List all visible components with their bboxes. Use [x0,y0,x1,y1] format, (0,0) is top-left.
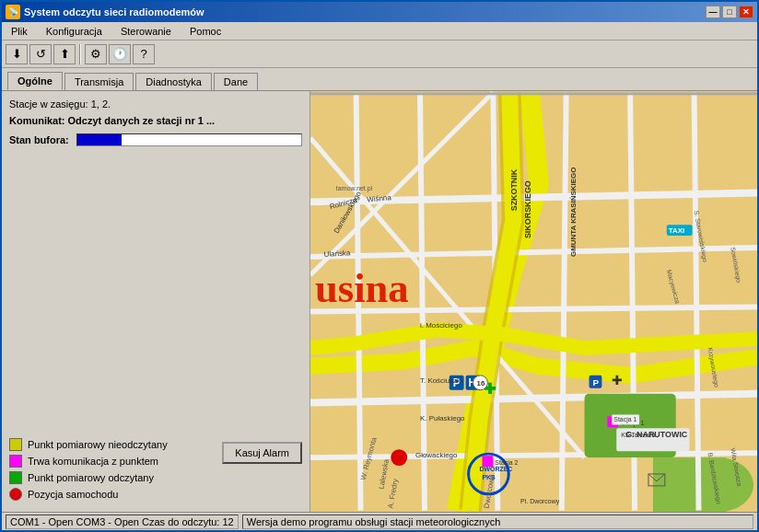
toolbar-filter2-btn[interactable]: ⬆ [53,44,76,64]
svg-text:K. Pułaskiego: K. Pułaskiego [420,414,465,422]
close-button[interactable]: ✕ [739,6,753,18]
status-bar: COM1 - Open COM3 - Open Czas do odczytu:… [2,512,757,530]
legend-text-1: Trwa komunikacja z punktem [28,456,158,467]
svg-text:TAXI: TAXI [669,226,684,235]
svg-text:usina: usina [315,265,409,311]
info-section: Stacje w zasięgu: 1, 2. Komunikat: Odczy… [9,98,302,431]
stations-label: Stacje w zasięgu: 1, 2. [9,98,111,110]
legend-text-0: Punkt pomiarowy nieodczytany [28,439,168,450]
left-panel: Stacje w zasięgu: 1, 2. Komunikat: Odczy… [2,91,310,512]
legend-item-3: Pozycja samochodu [9,488,215,501]
svg-text:Głowackiego: Głowackiego [415,451,458,459]
menu-plik[interactable]: Plik [6,24,33,39]
tab-ogolne[interactable]: Ogólne [7,72,63,90]
svg-text:T. Kościuszki: T. Kościuszki [420,376,462,385]
title-bar: 📡 System odczytu sieci radiomodemów — □ … [2,2,757,22]
menu-sterowanie[interactable]: Sterowanie [115,24,177,39]
tab-diadnostyka[interactable]: Diadnostyka [135,73,212,90]
svg-text:Pl. Dworcowy: Pl. Dworcowy [520,498,560,505]
menu-bar: Plik Konfiguracja Sterowanie Pomoc [2,22,757,40]
buffer-section: Stan bufora: [9,133,302,146]
svg-text:G. NARUTOWIC: G. NARUTOWIC [625,430,688,439]
status-right: Wersja demo programu obsługi stacji mete… [242,515,753,529]
buffer-bar-container [76,133,302,146]
legend-item-0: Punkt pomiarowy nieodczytany [9,438,215,451]
svg-text:P: P [592,377,599,387]
map-svg: DWORZEC PKS P H ✚ 16 P [310,91,757,512]
svg-text:16: 16 [477,379,485,387]
toolbar: ⬇ ↺ ⬆ ⚙ 🕐 ? [2,40,757,68]
kommunikat-row: Komunikat: Odczyt danych ze stacji nr 1 … [9,115,302,126]
svg-rect-25 [482,456,493,467]
buffer-label: Stan bufora: [9,134,69,145]
svg-text:tarnow.net.pl: tarnow.net.pl [336,185,373,192]
svg-rect-53 [310,92,757,95]
svg-text:Ulańska: Ulańska [324,249,352,259]
tab-dane[interactable]: Dane [214,73,258,90]
status-left: COM1 - Open COM3 - Open Czas do odczytu:… [6,515,239,529]
svg-text:DWORZEC: DWORZEC [479,466,512,472]
toolbar-sep1 [79,44,81,64]
minimize-button[interactable]: — [706,6,720,18]
tabs-bar: Ogólne Transmisja Diadnostyka Dane [2,68,757,90]
toolbar-time-btn[interactable]: 🕐 [109,44,131,64]
toolbar-refresh-btn[interactable]: ↺ [29,44,52,64]
status-left-text: COM1 - Open COM3 - Open Czas do odczytu:… [10,516,234,527]
map-panel: DWORZEC PKS P H ✚ 16 P [310,91,757,512]
legend-color-red [9,488,22,501]
maximize-button[interactable]: □ [722,6,737,18]
svg-text:Stacja 2: Stacja 2 [495,459,518,467]
legend-text-2: Punkt pomiarowy odczytany [28,472,154,483]
window-title: System odczytu sieci radiomodemów [24,6,706,17]
svg-text:Stacja 1: Stacja 1 [613,416,636,423]
svg-text:SIKORSKIEGO: SIKORSKIEGO [523,180,532,238]
legend-item-2: Punkt pomiarowy odczytany [9,471,215,484]
toolbar-settings-btn[interactable]: ⚙ [85,44,107,64]
kommunikat-prefix: Komunikat: [9,115,65,126]
menu-konfiguracja[interactable]: Konfiguracja [41,24,108,39]
menu-pomoc[interactable]: Pomoc [184,24,227,39]
toolbar-filter-btn[interactable]: ⬇ [6,44,28,64]
svg-text:✚: ✚ [612,373,623,387]
tab-transmisja[interactable]: Transmisja [64,73,134,90]
legend-items: Punkt pomiarowy nieodczytany Trwa komuni… [9,438,215,504]
svg-text:SZKOTNIK: SZKOTNIK [509,168,519,211]
legend-text-3: Pozycja samochodu [28,489,118,500]
app-icon: 📡 [6,5,20,19]
kommunikat-value: Odczyt danych ze stacji nr 1 ... [68,115,216,126]
main-content: Stacje w zasięgu: 1, 2. Komunikat: Odczy… [2,90,757,512]
svg-text:l. Mościciego: l. Mościciego [420,321,462,330]
toolbar-help-btn[interactable]: ? [133,44,155,64]
legend-item-1: Trwa komunikacja z punktem [9,455,215,468]
kasuj-alarm-button[interactable]: Kasuj Alarm [222,442,302,464]
buffer-bar-fill [77,134,123,145]
legend-color-yellow [9,438,22,451]
svg-text:GMUNTA KRASIŃSKIEGO: GMUNTA KRASIŃSKIEGO [569,168,578,257]
legend-row: Punkt pomiarowy nieodczytany Trwa komuni… [9,431,302,504]
main-window: 📡 System odczytu sieci radiomodemów — □ … [0,0,759,532]
legend-color-magenta [9,455,22,468]
legend-color-green [9,471,22,484]
status-right-text: Wersja demo programu obsługi stacji mete… [247,516,501,527]
window-controls: — □ ✕ [706,6,753,18]
stations-row: Stacje w zasięgu: 1, 2. [9,98,302,110]
svg-point-27 [391,449,407,466]
